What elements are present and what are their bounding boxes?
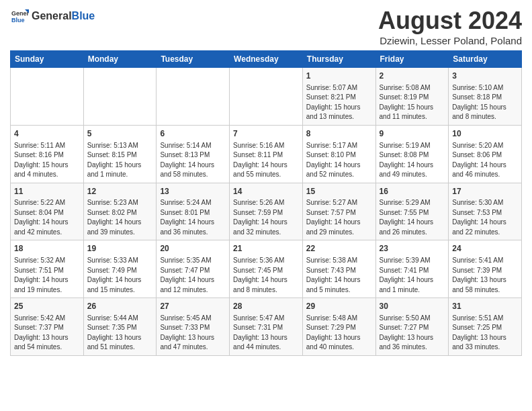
calendar-cell: 13Sunrise: 5:24 AM Sunset: 8:01 PM Dayli… [157, 183, 230, 240]
day-info: Sunrise: 5:36 AM Sunset: 7:45 PM Dayligh… [233, 256, 299, 295]
day-number: 8 [306, 128, 372, 140]
logo-blue: Blue [72, 10, 95, 21]
week-row-3: 11Sunrise: 5:22 AM Sunset: 8:04 PM Dayli… [11, 183, 522, 240]
calendar-cell: 24Sunrise: 5:41 AM Sunset: 7:39 PM Dayli… [449, 240, 522, 298]
calendar-cell: 8Sunrise: 5:17 AM Sunset: 8:10 PM Daylig… [302, 125, 375, 183]
header-cell-monday: Monday [83, 51, 157, 68]
week-row-1: 1Sunrise: 5:07 AM Sunset: 8:21 PM Daylig… [11, 68, 522, 126]
day-number: 23 [380, 243, 445, 255]
day-number: 21 [233, 243, 299, 255]
day-info: Sunrise: 5:33 AM Sunset: 7:49 PM Dayligh… [87, 256, 153, 295]
calendar-body: 1Sunrise: 5:07 AM Sunset: 8:21 PM Daylig… [11, 68, 522, 356]
calendar-cell: 6Sunrise: 5:14 AM Sunset: 8:13 PM Daylig… [157, 125, 230, 183]
day-info: Sunrise: 5:38 AM Sunset: 7:43 PM Dayligh… [306, 256, 372, 295]
day-number: 30 [380, 301, 445, 312]
calendar-cell: 7Sunrise: 5:16 AM Sunset: 8:11 PM Daylig… [230, 125, 303, 183]
calendar-cell: 14Sunrise: 5:26 AM Sunset: 7:59 PM Dayli… [230, 183, 303, 240]
day-number: 12 [87, 186, 153, 197]
calendar-cell: 25Sunrise: 5:42 AM Sunset: 7:37 PM Dayli… [11, 298, 84, 356]
day-number: 9 [380, 128, 445, 140]
day-number: 17 [452, 186, 518, 197]
day-number: 27 [160, 301, 226, 312]
header-cell-tuesday: Tuesday [157, 51, 230, 68]
day-info: Sunrise: 5:44 AM Sunset: 7:35 PM Dayligh… [87, 314, 153, 353]
day-number: 29 [306, 301, 372, 312]
day-number: 24 [452, 243, 518, 255]
calendar-cell: 21Sunrise: 5:36 AM Sunset: 7:45 PM Dayli… [230, 240, 303, 298]
calendar-cell [230, 68, 303, 126]
location-title: Dziewin, Lesser Poland, Poland [378, 35, 522, 46]
calendar-cell: 11Sunrise: 5:22 AM Sunset: 8:04 PM Dayli… [11, 183, 84, 240]
calendar-cell: 27Sunrise: 5:45 AM Sunset: 7:33 PM Dayli… [157, 298, 230, 356]
day-number: 26 [87, 301, 153, 312]
day-info: Sunrise: 5:51 AM Sunset: 7:25 PM Dayligh… [452, 314, 518, 353]
day-info: Sunrise: 5:24 AM Sunset: 8:01 PM Dayligh… [160, 198, 226, 237]
day-info: Sunrise: 5:08 AM Sunset: 8:19 PM Dayligh… [380, 83, 445, 122]
calendar-cell [157, 68, 230, 126]
calendar-header: SundayMondayTuesdayWednesdayThursdayFrid… [11, 51, 522, 68]
day-info: Sunrise: 5:47 AM Sunset: 7:31 PM Dayligh… [233, 314, 299, 353]
calendar-cell: 5Sunrise: 5:13 AM Sunset: 8:15 PM Daylig… [83, 125, 157, 183]
day-info: Sunrise: 5:11 AM Sunset: 8:16 PM Dayligh… [14, 141, 80, 180]
header-cell-friday: Friday [375, 51, 449, 68]
calendar-cell: 12Sunrise: 5:23 AM Sunset: 8:02 PM Dayli… [83, 183, 157, 240]
day-number: 6 [160, 128, 226, 140]
calendar-cell: 31Sunrise: 5:51 AM Sunset: 7:25 PM Dayli… [449, 298, 522, 356]
day-number: 18 [14, 243, 80, 255]
svg-text:General: General [11, 10, 29, 17]
header-row: SundayMondayTuesdayWednesdayThursdayFrid… [11, 51, 522, 68]
day-info: Sunrise: 5:26 AM Sunset: 7:59 PM Dayligh… [233, 198, 299, 237]
day-info: Sunrise: 5:13 AM Sunset: 8:15 PM Dayligh… [87, 141, 153, 180]
calendar-cell: 16Sunrise: 5:29 AM Sunset: 7:55 PM Dayli… [375, 183, 449, 240]
calendar-cell: 4Sunrise: 5:11 AM Sunset: 8:16 PM Daylig… [11, 125, 84, 183]
day-number: 25 [14, 301, 80, 312]
week-row-4: 18Sunrise: 5:32 AM Sunset: 7:51 PM Dayli… [11, 240, 522, 298]
day-info: Sunrise: 5:32 AM Sunset: 7:51 PM Dayligh… [14, 256, 80, 295]
day-info: Sunrise: 5:27 AM Sunset: 7:57 PM Dayligh… [306, 198, 372, 237]
day-info: Sunrise: 5:50 AM Sunset: 7:27 PM Dayligh… [380, 314, 445, 353]
day-number: 11 [14, 186, 80, 197]
month-title: August 2024 [378, 7, 522, 35]
day-number: 10 [452, 128, 518, 140]
calendar-cell: 26Sunrise: 5:44 AM Sunset: 7:35 PM Dayli… [83, 298, 157, 356]
day-number: 3 [452, 71, 518, 82]
day-number: 7 [233, 128, 299, 140]
header-cell-thursday: Thursday [302, 51, 375, 68]
calendar-cell: 10Sunrise: 5:20 AM Sunset: 8:06 PM Dayli… [449, 125, 522, 183]
calendar-cell: 2Sunrise: 5:08 AM Sunset: 8:19 PM Daylig… [375, 68, 449, 126]
day-info: Sunrise: 5:23 AM Sunset: 8:02 PM Dayligh… [87, 198, 153, 237]
day-number: 2 [380, 71, 445, 82]
day-info: Sunrise: 5:14 AM Sunset: 8:13 PM Dayligh… [160, 141, 226, 180]
calendar-cell [11, 68, 84, 126]
logo-text: GeneralBlue [32, 10, 95, 22]
day-info: Sunrise: 5:20 AM Sunset: 8:06 PM Dayligh… [452, 141, 518, 180]
header-cell-saturday: Saturday [449, 51, 522, 68]
calendar-cell: 20Sunrise: 5:35 AM Sunset: 7:47 PM Dayli… [157, 240, 230, 298]
calendar-cell: 17Sunrise: 5:30 AM Sunset: 7:53 PM Dayli… [449, 183, 522, 240]
day-number: 20 [160, 243, 226, 255]
day-number: 1 [306, 71, 372, 82]
day-info: Sunrise: 5:35 AM Sunset: 7:47 PM Dayligh… [160, 256, 226, 295]
calendar-cell: 18Sunrise: 5:32 AM Sunset: 7:51 PM Dayli… [11, 240, 84, 298]
day-number: 16 [380, 186, 445, 197]
day-info: Sunrise: 5:29 AM Sunset: 7:55 PM Dayligh… [380, 198, 445, 237]
calendar-cell: 28Sunrise: 5:47 AM Sunset: 7:31 PM Dayli… [230, 298, 303, 356]
day-number: 22 [306, 243, 372, 255]
svg-text:Blue: Blue [11, 17, 25, 24]
calendar-table: SundayMondayTuesdayWednesdayThursdayFrid… [10, 50, 522, 356]
header-cell-wednesday: Wednesday [230, 51, 303, 68]
day-number: 19 [87, 243, 153, 255]
day-number: 5 [87, 128, 153, 140]
day-number: 28 [233, 301, 299, 312]
calendar-cell: 3Sunrise: 5:10 AM Sunset: 8:18 PM Daylig… [449, 68, 522, 126]
day-info: Sunrise: 5:41 AM Sunset: 7:39 PM Dayligh… [452, 256, 518, 295]
title-area: August 2024 Dziewin, Lesser Poland, Pola… [378, 7, 522, 46]
week-row-2: 4Sunrise: 5:11 AM Sunset: 8:16 PM Daylig… [11, 125, 522, 183]
header-cell-sunday: Sunday [11, 51, 84, 68]
day-info: Sunrise: 5:45 AM Sunset: 7:33 PM Dayligh… [160, 314, 226, 353]
day-number: 15 [306, 186, 372, 197]
day-number: 4 [14, 128, 80, 140]
day-info: Sunrise: 5:22 AM Sunset: 8:04 PM Dayligh… [14, 198, 80, 237]
day-number: 13 [160, 186, 226, 197]
day-info: Sunrise: 5:30 AM Sunset: 7:53 PM Dayligh… [452, 198, 518, 237]
